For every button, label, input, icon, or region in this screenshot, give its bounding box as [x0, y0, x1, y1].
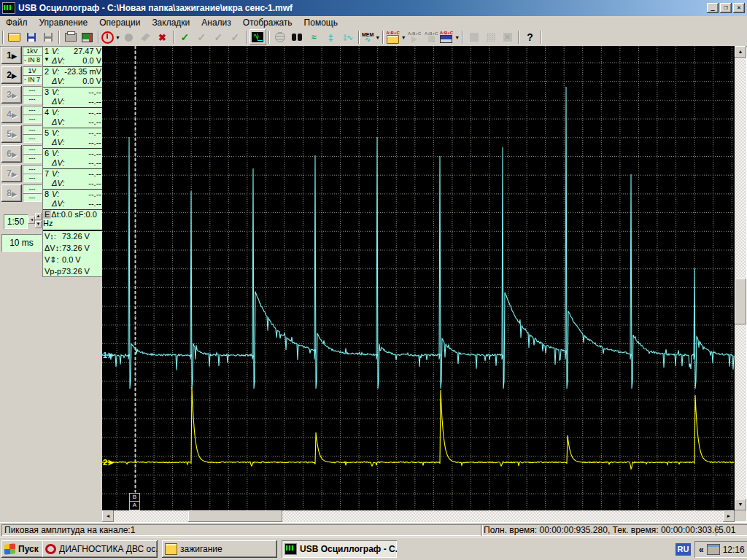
menu-item-5[interactable]: Анализ: [196, 17, 237, 28]
save-button[interactable]: [23, 29, 39, 45]
scroll-left-button[interactable]: ◄: [102, 510, 114, 522]
apply-check-button[interactable]: ✓: [177, 29, 193, 45]
restore-button[interactable]: ❐: [720, 3, 732, 13]
channel-7-input[interactable]: ---: [23, 174, 42, 182]
zoom-globe-button: [272, 29, 289, 45]
divider-value[interactable]: 1:50: [4, 214, 28, 229]
channel-1-button[interactable]: 1▶: [1, 47, 22, 64]
dropdown-arrow-icon[interactable]: ▼: [375, 35, 380, 40]
channel-1-input[interactable]: - IN 8: [23, 55, 42, 64]
markers-button[interactable]: ‡: [322, 29, 339, 45]
scroll-right-button[interactable]: ►: [723, 510, 735, 522]
channel-2-button[interactable]: 2▶: [1, 66, 22, 84]
channel-5-range[interactable]: ---: [23, 125, 42, 134]
v-label: V:: [52, 108, 59, 117]
delete-button[interactable]: ✖: [154, 29, 171, 45]
divider-down-button[interactable]: ▼: [35, 221, 42, 228]
menu-item-4[interactable]: Закладки: [146, 17, 196, 28]
channel-4-button[interactable]: 4▶: [1, 106, 22, 123]
minimize-button[interactable]: _: [707, 3, 719, 13]
marker-wave-icon: ‡∿: [343, 34, 352, 42]
clock[interactable]: 12:16: [723, 545, 745, 555]
open-button[interactable]: [6, 29, 23, 45]
language-indicator[interactable]: RU: [676, 543, 691, 556]
task-button-2[interactable]: зажигание: [162, 540, 277, 558]
start-stop-button[interactable]: ▼: [101, 29, 120, 45]
divider-up-button[interactable]: ▲: [35, 213, 42, 220]
v-value: --.--: [88, 108, 101, 117]
dv-value: 0.0 V: [82, 56, 101, 65]
scroll-up-button[interactable]: ▲: [735, 46, 746, 58]
delete-x-icon: ✖: [158, 33, 166, 42]
measure-ch-number: 3: [44, 88, 49, 96]
toolbar-separator: [358, 31, 360, 44]
dropdown-arrow-icon[interactable]: ▼: [115, 35, 120, 40]
channel-6-button[interactable]: 6▶: [1, 145, 22, 163]
ab-panel-button[interactable]: A:B+C▼: [440, 29, 460, 45]
scroll-down-button[interactable]: ▼: [735, 499, 746, 510]
channel-4-input[interactable]: ---: [23, 114, 42, 123]
channel-8-input[interactable]: ---: [23, 193, 42, 202]
vertical-scroll-thumb[interactable]: [735, 279, 746, 324]
task-button-3[interactable]: USB Осциллограф - C...: [282, 540, 397, 558]
network-monitor-icon[interactable]: [707, 544, 720, 555]
menu-item-3[interactable]: Операции: [93, 17, 146, 28]
printer-icon: [65, 33, 77, 42]
measure-row-ch1: 1V:27.47 V▼ΔV:0.0 V: [43, 47, 103, 67]
divider-left-button[interactable]: ◂: [28, 217, 35, 224]
channel-7-button[interactable]: 7▶: [1, 165, 22, 182]
menu-item-6[interactable]: Отображать: [237, 17, 298, 28]
dropdown-arrow-icon[interactable]: ▼: [401, 35, 406, 40]
menu-item-1[interactable]: Файл: [0, 17, 34, 28]
dropdown-arrow-icon[interactable]: ▼: [454, 35, 460, 40]
oscilloscope-screen[interactable]: 1➤ 2➤ B A: [102, 46, 735, 510]
channel-8-button[interactable]: 8▶: [1, 184, 22, 202]
title-bar[interactable]: USB Осциллограф - C:\Новая папка\зажиган…: [0, 0, 747, 16]
mem-icon: MEM∿: [362, 33, 374, 42]
menu-item-7[interactable]: Помощь: [298, 17, 344, 28]
channel-6-range[interactable]: ---: [23, 145, 42, 154]
channel-8-range[interactable]: ---: [23, 184, 42, 193]
menu-item-2[interactable]: Управление: [34, 17, 94, 28]
channel-3-input[interactable]: ---: [23, 95, 42, 104]
channel-1-range[interactable]: 1kV: [23, 47, 42, 55]
check-icon: ✓: [181, 32, 190, 42]
channel-2-input[interactable]: - IN 7: [23, 75, 42, 84]
wrench-icon: [141, 34, 150, 42]
timebase-value[interactable]: 10 ms: [1, 234, 42, 252]
measure-row-ch4: 4V:--.--ΔV:--.--: [43, 108, 103, 128]
close-button[interactable]: ✕: [733, 3, 745, 13]
cursor-measure-label: V↕:: [44, 232, 56, 241]
cursor-measure-row: V↕:73.26 V: [43, 231, 103, 243]
channel-5-button[interactable]: 5▶: [1, 125, 22, 143]
channel-7-range[interactable]: ---: [23, 165, 42, 174]
measure-row-ch3: 3V:--.--ΔV:--.--: [43, 88, 103, 108]
horizontal-scroll-thumb[interactable]: [188, 510, 282, 522]
fit-waveform-button[interactable]: ≈: [306, 29, 322, 45]
memory-button[interactable]: MEM∿▼: [362, 29, 380, 45]
channel-3-button[interactable]: 3▶: [1, 86, 22, 104]
cursor-a-label[interactable]: A: [129, 501, 140, 510]
ab-open-button[interactable]: A:B+C▼: [386, 29, 406, 45]
channel1-marker[interactable]: 1➤: [103, 351, 114, 360]
tray-chevron[interactable]: «: [699, 545, 704, 555]
display-mode-button[interactable]: [249, 29, 266, 45]
measure-ch-number: 6: [44, 149, 49, 158]
task-button-1[interactable]: ДИАГНОСТИКА ДВС ос...: [42, 540, 158, 558]
print-button[interactable]: [62, 29, 79, 45]
marker-wave-button[interactable]: ‡∿: [339, 29, 356, 45]
play-triangle-icon: ▶: [12, 131, 17, 139]
cursor-measure-row: ΔV↕:73.26 V: [43, 243, 103, 254]
play-triangle-icon: ▶: [12, 52, 17, 60]
help-button[interactable]: ?: [522, 29, 538, 45]
channel-3-range[interactable]: ---: [23, 86, 42, 95]
export-image-button[interactable]: [79, 29, 96, 45]
trigger-marker-icon[interactable]: ▼: [44, 56, 50, 63]
channel-2-range[interactable]: 1V: [23, 66, 42, 75]
channel-6-input[interactable]: ---: [23, 154, 42, 163]
channel-5-input[interactable]: ---: [23, 134, 42, 143]
search-button[interactable]: [289, 29, 306, 45]
channel-4-range[interactable]: ---: [23, 106, 42, 114]
channel2-marker[interactable]: 2➤: [103, 458, 114, 467]
start-button[interactable]: Пуск: [1, 540, 45, 558]
